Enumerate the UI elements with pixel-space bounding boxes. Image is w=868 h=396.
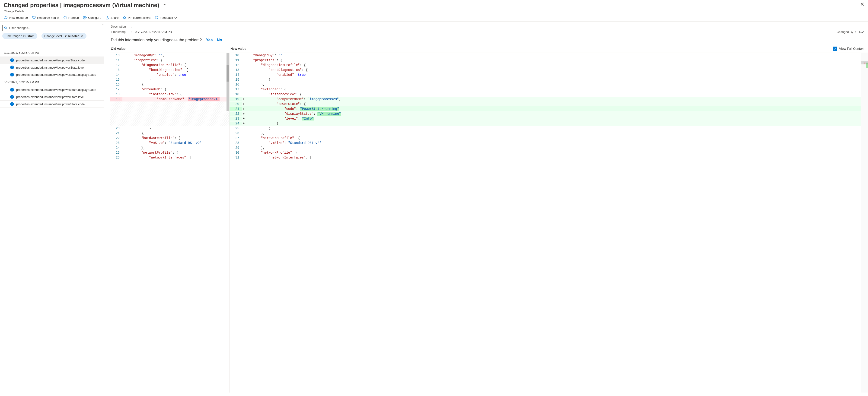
- configure-button[interactable]: Configure: [83, 16, 101, 20]
- line-number: 27: [229, 136, 242, 140]
- timestamp-label: Timestamp: [111, 30, 129, 34]
- line-number: 22: [229, 112, 242, 116]
- info-icon: i: [10, 73, 14, 76]
- change-list-item[interactable]: iproperties.extended.instanceView.powerS…: [0, 93, 104, 101]
- svg-line-4: [6, 29, 7, 29]
- diff-line: 10 "managedBy": "",: [229, 53, 868, 58]
- info-icon: i: [10, 102, 14, 106]
- refresh-icon: [63, 16, 67, 20]
- page-subtitle: Change Details: [0, 9, 868, 14]
- code-content: },: [126, 83, 229, 87]
- new-value-header: New value: [230, 47, 833, 51]
- line-number: 23: [110, 141, 122, 145]
- line-number: 13: [110, 68, 122, 72]
- line-number: 11: [110, 58, 122, 62]
- code-content: },: [245, 83, 868, 87]
- gear-icon: [83, 16, 87, 20]
- line-number: 14: [110, 73, 122, 77]
- line-number: 26: [110, 156, 122, 159]
- line-number: 29: [229, 146, 242, 150]
- diff-marker: +: [242, 97, 245, 101]
- code-content: "displayStatus": "VM running",: [245, 112, 868, 116]
- close-button[interactable]: ✕: [860, 1, 864, 7]
- change-list-item[interactable]: iproperties.extended.instanceView.powerS…: [0, 64, 104, 71]
- diff-line: 20+ "powerState": {: [229, 101, 868, 106]
- code-content: "powerState": {: [245, 102, 868, 106]
- change-list-item[interactable]: iproperties.extended.instanceView.powerS…: [0, 86, 104, 93]
- change-level-label: Change level :: [44, 34, 64, 38]
- svg-point-0: [5, 17, 6, 18]
- diff-line: [110, 121, 229, 126]
- clear-change-level-icon[interactable]: ✕: [81, 34, 84, 38]
- diff-minimap[interactable]: [861, 53, 868, 393]
- diff-line: 27 "hardwareProfile": {: [229, 136, 868, 140]
- change-list-item[interactable]: iproperties.extended.instanceView.powerS…: [0, 71, 104, 78]
- chevron-down-icon: [174, 16, 177, 19]
- diff-line: 29 },: [229, 145, 868, 150]
- diff-line: 11 "properties": {: [229, 58, 868, 63]
- svg-point-1: [84, 17, 85, 18]
- resource-health-label: Resource health: [37, 16, 59, 20]
- diff-line: 21 },: [110, 131, 229, 136]
- diff-line: 13 "bootDiagnostics": {: [229, 67, 868, 72]
- code-content: "enabled": true: [126, 73, 229, 77]
- view-full-context-checkbox[interactable]: ✓: [833, 46, 837, 51]
- code-content: "networkProfile": {: [245, 151, 868, 155]
- code-content: "extended": {: [245, 88, 868, 91]
- line-number: 15: [229, 78, 242, 81]
- change-list-item[interactable]: iproperties.extended.instanceView.powerS…: [0, 101, 104, 108]
- diff-old-column: 10 "managedBy": "",11 "properties": {12 …: [110, 53, 229, 393]
- old-value-header: Old value: [111, 47, 230, 51]
- header: Changed properties | imageprocessvm (Vir…: [0, 0, 868, 9]
- resource-health-button[interactable]: Resource health: [32, 16, 59, 20]
- line-number: 16: [110, 83, 122, 87]
- diff-line: 18 "instanceView": {: [110, 92, 229, 97]
- refresh-button[interactable]: Refresh: [63, 16, 79, 20]
- diff-line: 30 "networkProfile": {: [229, 150, 868, 155]
- feedback-no-link[interactable]: No: [217, 38, 222, 42]
- line-number: 25: [229, 127, 242, 130]
- line-number: 26: [229, 131, 242, 135]
- line-number: 20: [110, 127, 122, 130]
- diff-line: [110, 106, 229, 111]
- diff-new-column: 10 "managedBy": "",11 "properties": {12 …: [229, 53, 868, 393]
- code-content: }: [126, 78, 229, 81]
- code-content: "managedBy": "",: [245, 54, 868, 57]
- feedback-yes-link[interactable]: Yes: [206, 38, 213, 42]
- time-range-value: Custom: [23, 34, 35, 38]
- diff-line: 25 }: [229, 126, 868, 131]
- feedback-button[interactable]: Feedback: [155, 16, 177, 20]
- share-icon: [105, 16, 109, 20]
- code-content: "enabled": true: [245, 73, 868, 77]
- refresh-label: Refresh: [68, 16, 79, 20]
- line-number: 23: [229, 117, 242, 121]
- eye-icon: [4, 16, 7, 20]
- code-content: },: [126, 131, 229, 135]
- diff-marker: +: [242, 102, 245, 106]
- view-resource-label: View resource: [9, 16, 28, 20]
- change-list-item-label: properties.extended.instanceView.powerSt…: [16, 73, 96, 76]
- line-number: 19: [229, 97, 242, 101]
- share-button[interactable]: Share: [105, 16, 119, 20]
- view-resource-button[interactable]: View resource: [4, 16, 28, 20]
- pin-label: Pin current filters: [128, 16, 151, 20]
- code-content: "networkInterfaces": [: [126, 156, 229, 159]
- more-icon[interactable]: ···: [162, 2, 167, 7]
- sidebar: ‹‹ Time range : Custom Change level : 2 …: [0, 22, 104, 393]
- diff-marker: -: [122, 97, 126, 101]
- scrollbar[interactable]: [226, 53, 229, 111]
- filter-input[interactable]: [2, 25, 69, 31]
- line-number: 17: [110, 88, 122, 91]
- diff-line: 24+ }: [229, 121, 868, 126]
- pin-filters-button[interactable]: Pin current filters: [123, 16, 151, 20]
- time-range-pill[interactable]: Time range : Custom: [2, 33, 37, 39]
- scrollbar-thumb[interactable]: [226, 65, 229, 81]
- line-number: 21: [229, 107, 242, 111]
- line-number: 15: [110, 78, 122, 81]
- change-list-item[interactable]: iproperties.extended.instanceView.powerS…: [0, 57, 104, 64]
- diff-line: 31 "networkInterfaces": [: [229, 155, 868, 160]
- code-content: "extended": {: [126, 88, 229, 91]
- change-level-pill[interactable]: Change level : 2 selected ✕: [41, 33, 87, 39]
- changed-by-label: Changed By: [837, 30, 854, 34]
- line-number: 13: [229, 68, 242, 72]
